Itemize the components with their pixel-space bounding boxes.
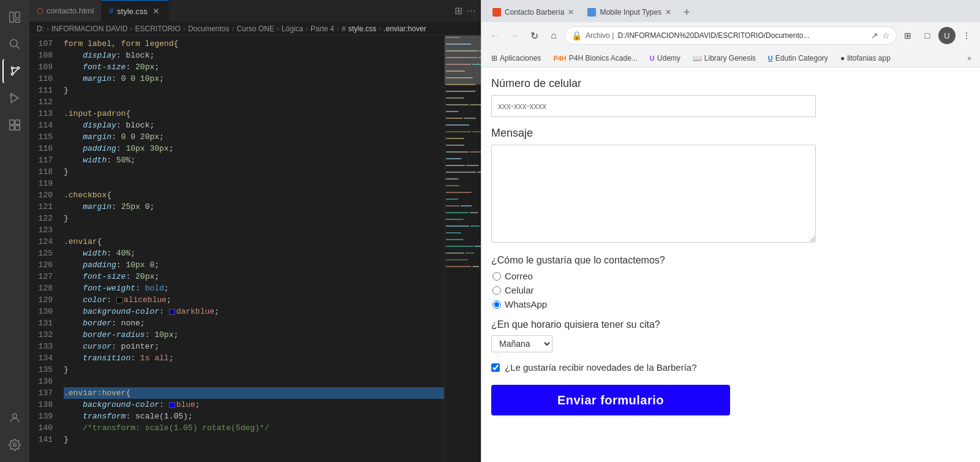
browser-tab-contacto-label: Contacto Barbería bbox=[505, 8, 564, 17]
bookmark-udemy-icon: U bbox=[650, 55, 655, 62]
activity-search-icon[interactable] bbox=[2, 32, 27, 56]
line-number-127: 127 bbox=[29, 271, 53, 282]
breadcrumb: D: › INFORMACION DAVID › ESCRITORIO › Do… bbox=[29, 22, 481, 36]
address-bar[interactable]: 🔒 Archivo | D:/INFORMACION%20DAVID/ESCRI… bbox=[565, 26, 897, 45]
bookmark-aplicaciones[interactable]: ⊞ Aplicaciones bbox=[486, 53, 546, 64]
bookmark-p4h[interactable]: P4H P4H Bionics Acade... bbox=[548, 53, 642, 64]
message-textarea[interactable] bbox=[491, 145, 816, 243]
breadcrumb-enviar-hover: .enviar:hover bbox=[383, 25, 426, 33]
tab-close-button[interactable]: ✕ bbox=[151, 6, 161, 16]
activity-run-icon[interactable] bbox=[2, 86, 27, 110]
code-line-110: margin: 0 0 10px; bbox=[64, 73, 444, 85]
bookmark-litofanias-icon: ● bbox=[840, 54, 845, 62]
editor-main: ⬡ contacto.html # style.css ✕ ⊞ ⋯ D: › I… bbox=[29, 0, 481, 462]
line-number-120: 120 bbox=[29, 189, 53, 201]
tab-contacto-html[interactable]: ⬡ contacto.html bbox=[29, 0, 102, 21]
reload-button[interactable]: ↻ bbox=[526, 27, 543, 44]
line-number-114: 114 bbox=[29, 119, 53, 131]
tab-favicon-contacto bbox=[492, 8, 501, 17]
radio-correo-input[interactable] bbox=[492, 272, 501, 281]
activity-bar bbox=[0, 0, 29, 462]
bookmark-libgen-label: Library Genesis bbox=[704, 54, 756, 62]
split-editor-icon[interactable]: ⊞ bbox=[454, 5, 462, 17]
browser-content[interactable]: Número de celular Mensaje ¿Cómo le gusta… bbox=[481, 67, 980, 462]
home-button[interactable]: ⌂ bbox=[545, 27, 562, 44]
radio-whatsapp-input[interactable] bbox=[492, 300, 501, 309]
code-line-107: form label, form legend{ bbox=[64, 38, 444, 50]
browser-toolbar: ← → ↻ ⌂ 🔒 Archivo | D:/INFORMACION%20DAV… bbox=[481, 22, 980, 49]
bookmark-udemy[interactable]: U Udemy bbox=[645, 53, 685, 64]
extensions-icon[interactable]: ⊞ bbox=[899, 27, 916, 44]
back-button[interactable]: ← bbox=[486, 27, 503, 44]
tab-style-css[interactable]: # style.css ✕ bbox=[102, 0, 169, 21]
code-content[interactable]: form label, form legend{ display: block;… bbox=[59, 36, 444, 462]
bookmark-libgen[interactable]: 📖 Library Genesis bbox=[688, 53, 761, 64]
more-menu-icon[interactable]: ⋮ bbox=[958, 27, 975, 44]
star-icon[interactable]: ☆ bbox=[882, 31, 890, 40]
radio-whatsapp[interactable]: WhatsApp bbox=[492, 299, 970, 309]
activity-source-control-icon[interactable] bbox=[2, 59, 27, 83]
code-line-139: transform: scale(1.05); bbox=[64, 411, 444, 422]
activity-extensions-icon[interactable] bbox=[2, 113, 27, 137]
radio-celular[interactable]: Celular bbox=[492, 285, 970, 295]
line-number-123: 123 bbox=[29, 224, 53, 236]
line-number-113: 113 bbox=[29, 108, 53, 119]
line-numbers: 1071081091101111121131141151161171181191… bbox=[29, 36, 59, 462]
schedule-question: ¿En que horario quisiera tener su cita? bbox=[491, 319, 970, 330]
browser-tab-mobile[interactable]: Mobile Input Types ✕ bbox=[581, 4, 677, 21]
schedule-select[interactable]: Mañana Tarde Noche bbox=[491, 335, 552, 352]
line-number-135: 135 bbox=[29, 364, 53, 376]
newsletter-checkbox[interactable] bbox=[491, 363, 500, 372]
line-number-122: 122 bbox=[29, 213, 53, 224]
bookmarks-more-chevron[interactable]: » bbox=[963, 53, 975, 64]
svg-rect-1 bbox=[15, 12, 20, 18]
line-number-107: 107 bbox=[29, 38, 53, 50]
radio-correo[interactable]: Correo bbox=[492, 271, 970, 281]
activity-accounts-icon[interactable] bbox=[2, 406, 27, 430]
bookmark-aplicaciones-icon: ⊞ bbox=[491, 54, 497, 62]
line-number-131: 131 bbox=[29, 317, 53, 329]
browser-tab-contacto-close[interactable]: ✕ bbox=[568, 8, 574, 17]
forward-button[interactable]: → bbox=[506, 27, 523, 44]
more-actions-icon[interactable]: ⋯ bbox=[466, 5, 476, 17]
browser-tab-new[interactable]: + bbox=[679, 4, 695, 21]
phone-input[interactable] bbox=[491, 95, 816, 117]
radio-whatsapp-label: WhatsApp bbox=[505, 299, 547, 309]
bookmark-edutin[interactable]: U Edutin Category bbox=[763, 53, 833, 64]
resize-icon[interactable]: □ bbox=[919, 27, 936, 44]
line-number-119: 119 bbox=[29, 178, 53, 189]
code-line-127: font-size: 20px; bbox=[64, 271, 444, 282]
code-line-130: background-color: darkblue; bbox=[64, 306, 444, 317]
radio-celular-input[interactable] bbox=[492, 286, 501, 295]
line-number-130: 130 bbox=[29, 306, 53, 317]
code-line-128: font-weight: bold; bbox=[64, 282, 444, 294]
share-icon[interactable]: ↗ bbox=[871, 31, 878, 40]
code-line-117: width: 50%; bbox=[64, 154, 444, 166]
code-line-138: background-color: blue; bbox=[64, 399, 444, 411]
browser-panel: Contacto Barbería ✕ Mobile Input Types ✕… bbox=[481, 0, 980, 462]
submit-button[interactable]: Enviar formulario bbox=[491, 385, 730, 415]
minimap[interactable] bbox=[444, 36, 481, 462]
svg-line-4 bbox=[17, 46, 20, 49]
profile-icon[interactable]: U bbox=[938, 27, 956, 44]
html-file-icon: ⬡ bbox=[37, 7, 43, 15]
browser-tab-mobile-close[interactable]: ✕ bbox=[665, 8, 671, 17]
code-line-132: border-radius: 10px; bbox=[64, 329, 444, 341]
browser-tab-contacto[interactable]: Contacto Barbería ✕ bbox=[486, 4, 580, 21]
line-number-129: 129 bbox=[29, 294, 53, 306]
code-line-120: .checkbox{ bbox=[64, 189, 444, 201]
code-line-126: padding: 10px 0; bbox=[64, 259, 444, 271]
bookmarks-bar: ⊞ Aplicaciones P4H P4H Bionics Acade... … bbox=[481, 49, 980, 67]
code-line-136 bbox=[64, 376, 444, 387]
activity-settings-icon[interactable] bbox=[2, 433, 27, 457]
browser-chrome: Contacto Barbería ✕ Mobile Input Types ✕… bbox=[481, 0, 980, 67]
code-line-113: .input-padron{ bbox=[64, 108, 444, 119]
browser-tabs: Contacto Barbería ✕ Mobile Input Types ✕… bbox=[481, 0, 980, 22]
activity-explorer-icon[interactable] bbox=[2, 5, 27, 29]
line-number-117: 117 bbox=[29, 154, 53, 166]
lock-icon: 🔒 bbox=[571, 31, 582, 40]
line-number-109: 109 bbox=[29, 61, 53, 73]
line-number-126: 126 bbox=[29, 259, 53, 271]
bookmark-litofanias[interactable]: ● litofanias app bbox=[835, 53, 895, 64]
breadcrumb-curso: Curso ONE bbox=[236, 25, 274, 33]
